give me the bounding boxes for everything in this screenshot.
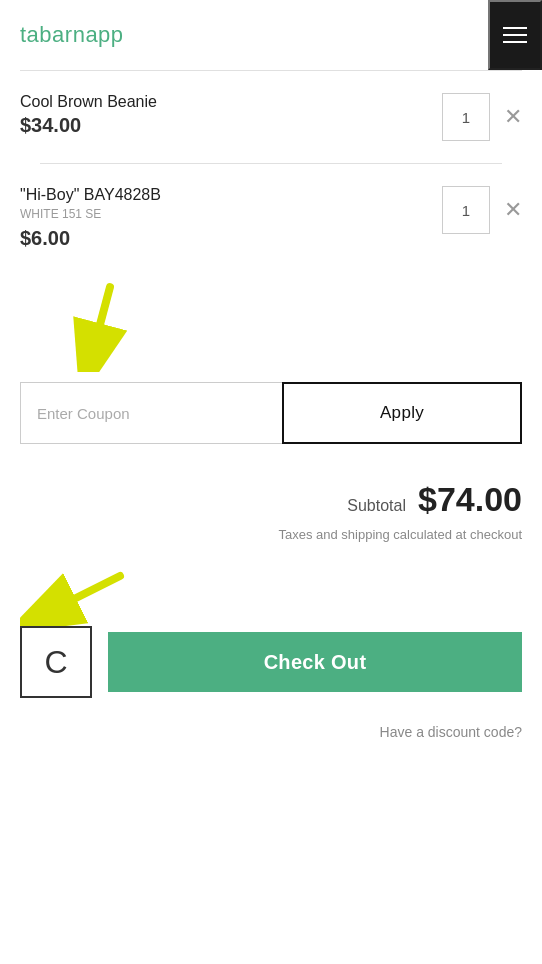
cart-item: "Hi-Boy" BAY4828B WHITE 151 SE $6.00 1 ✕ xyxy=(20,164,522,272)
item-name: Cool Brown Beanie xyxy=(20,93,442,111)
item-info: "Hi-Boy" BAY4828B WHITE 151 SE $6.00 xyxy=(20,186,442,250)
arrow-down-container xyxy=(0,282,542,372)
svg-line-1 xyxy=(90,287,110,362)
coupon-input[interactable] xyxy=(20,382,282,444)
arrow-down-icon xyxy=(60,282,140,372)
svg-line-3 xyxy=(40,576,120,616)
header: tabarnapp xyxy=(0,0,542,70)
item-name: "Hi-Boy" BAY4828B xyxy=(20,186,442,204)
remove-item-button[interactable]: ✕ xyxy=(504,199,522,221)
arrow-right-container xyxy=(0,566,542,626)
subtotal-amount: $74.00 xyxy=(418,480,522,519)
captcha-box: C xyxy=(20,626,92,698)
quantity-box[interactable]: 1 xyxy=(442,93,490,141)
item-price: $34.00 xyxy=(20,114,442,137)
checkout-section: C Check Out xyxy=(0,626,542,718)
subtotal-section: Subtotal $74.00 xyxy=(0,464,542,523)
hamburger-line xyxy=(503,27,527,29)
hamburger-menu-button[interactable] xyxy=(488,0,542,70)
quantity-box[interactable]: 1 xyxy=(442,186,490,234)
hamburger-line xyxy=(503,41,527,43)
subtotal-label: Subtotal xyxy=(347,497,406,515)
arrow-right-icon xyxy=(20,566,130,626)
coupon-row: Apply xyxy=(20,382,522,444)
remove-item-button[interactable]: ✕ xyxy=(504,106,522,128)
cart-item: Cool Brown Beanie $34.00 1 ✕ xyxy=(20,71,522,163)
item-info: Cool Brown Beanie $34.00 xyxy=(20,93,442,137)
hamburger-line xyxy=(503,34,527,36)
discount-code-link[interactable]: Have a discount code? xyxy=(0,718,542,760)
cart-section: Cool Brown Beanie $34.00 1 ✕ "Hi-Boy" BA… xyxy=(0,71,542,272)
item-price: $6.00 xyxy=(20,227,442,250)
checkout-button[interactable]: Check Out xyxy=(108,632,522,692)
tax-note: Taxes and shipping calculated at checkou… xyxy=(0,523,542,566)
item-controls: 1 ✕ xyxy=(442,93,522,141)
logo: tabarnapp xyxy=(20,22,124,48)
apply-coupon-button[interactable]: Apply xyxy=(282,382,522,444)
coupon-section: Apply xyxy=(0,372,542,464)
item-sku: WHITE 151 SE xyxy=(20,207,442,221)
item-controls: 1 ✕ xyxy=(442,186,522,234)
